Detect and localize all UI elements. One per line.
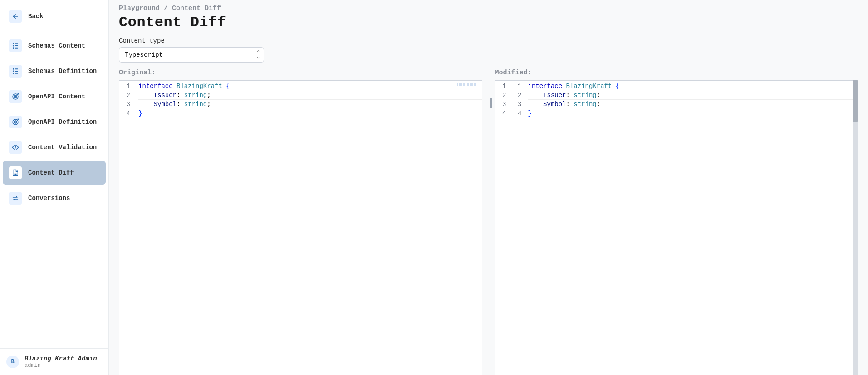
code-line[interactable]: 11interface BlazingKraft { [495, 82, 858, 91]
svg-rect-6 [15, 48, 18, 49]
code-line[interactable]: 22 Issuer: string; [495, 91, 858, 100]
sidebar-item-label: Schemas Definition [28, 68, 97, 75]
svg-point-15 [15, 96, 16, 97]
main-content: Playground / Content Diff Content Diff C… [109, 0, 868, 375]
sidebar-item-label: Content Diff [28, 169, 74, 176]
diff-panes: Original: 1interface BlazingKraft {2 Iss… [119, 69, 858, 375]
sidebar-nav: Back Schemas ContentSchemas DefinitionOp… [0, 0, 108, 348]
svg-point-9 [13, 73, 14, 74]
sidebar-item-content-validation[interactable]: Content Validation [3, 136, 106, 159]
line-number-right: 3 [515, 100, 528, 109]
sidebar-item-label: OpenAPI Definition [28, 118, 97, 126]
sidebar-item-label: OpenAPI Content [28, 93, 85, 100]
line-number: 3 [495, 100, 515, 109]
code-text: Issuer: string; [528, 91, 858, 100]
page-title: Content Diff [119, 14, 858, 31]
svg-point-7 [13, 68, 14, 70]
code-line[interactable]: 2 Issuer: string; [119, 91, 482, 100]
line-number: 1 [119, 82, 138, 91]
code-text: Symbol: string; [528, 99, 858, 109]
line-number: 2 [119, 91, 138, 100]
code-line[interactable]: 44} [495, 109, 858, 118]
scrollbar[interactable] [853, 80, 858, 375]
line-number-right: 2 [515, 91, 528, 100]
avatar: B [6, 356, 19, 368]
original-label: Original: [119, 69, 482, 77]
swap-icon [9, 192, 22, 205]
sidebar-item-openapi-content[interactable]: OpenAPI Content [3, 85, 106, 108]
code-line[interactable]: 3 Symbol: string; [119, 100, 482, 109]
target-icon [9, 90, 22, 103]
svg-rect-12 [15, 73, 18, 74]
svg-rect-11 [15, 71, 18, 72]
breadcrumb-current: Content Diff [172, 5, 221, 12]
svg-point-1 [13, 43, 14, 44]
back-button[interactable]: Back [3, 5, 106, 28]
sidebar: Back Schemas ContentSchemas DefinitionOp… [0, 0, 109, 375]
breadcrumb: Playground / Content Diff [119, 5, 858, 12]
sidebar-item-label: Schemas Content [28, 42, 85, 49]
sidebar-item-content-diff[interactable]: Content Diff [3, 161, 106, 185]
line-number: 3 [119, 100, 138, 109]
code-line[interactable]: 4} [119, 109, 482, 118]
user-block[interactable]: B Blazing Kraft Admin admin [0, 348, 108, 375]
svg-rect-10 [15, 68, 18, 69]
sidebar-item-schemas-content[interactable]: Schemas Content [3, 34, 106, 58]
content-type-select-wrapper: Typescript ⌃⌄ [119, 47, 264, 63]
line-number: 4 [495, 109, 515, 118]
svg-rect-5 [15, 45, 18, 46]
divider [0, 31, 108, 31]
target-icon [9, 116, 22, 128]
original-editor[interactable]: 1interface BlazingKraft {2 Issuer: strin… [119, 80, 482, 375]
sidebar-item-label: Content Validation [28, 144, 97, 151]
line-number: 4 [119, 109, 138, 118]
code-text: Symbol: string; [138, 99, 482, 109]
original-pane: Original: 1interface BlazingKraft {2 Iss… [119, 69, 482, 375]
svg-line-19 [15, 145, 16, 150]
svg-point-3 [13, 47, 14, 49]
code-line[interactable]: 1interface BlazingKraft { [119, 82, 482, 91]
nodes-icon [9, 39, 22, 52]
code-text: } [138, 109, 482, 118]
sidebar-item-conversions[interactable]: Conversions [3, 186, 106, 210]
code-text: interface BlazingKraft { [138, 82, 482, 91]
modified-label: Modified: [495, 69, 858, 77]
arrow-left-icon [9, 10, 22, 23]
back-label: Back [28, 13, 44, 20]
code-text: } [528, 109, 858, 118]
sidebar-item-openapi-definition[interactable]: OpenAPI Definition [3, 110, 106, 134]
nodes-icon [9, 65, 22, 78]
split-handle[interactable] [490, 98, 492, 108]
svg-point-18 [15, 122, 16, 122]
line-number: 1 [495, 82, 515, 91]
content-type-label: Content type [119, 37, 858, 44]
code-text: Issuer: string; [138, 91, 482, 100]
svg-point-2 [13, 45, 14, 47]
line-number-right: 4 [515, 109, 528, 118]
content-type-select[interactable]: Typescript [119, 47, 264, 63]
svg-point-8 [13, 71, 14, 72]
breadcrumb-parent[interactable]: Playground [119, 5, 160, 12]
sidebar-item-schemas-definition[interactable]: Schemas Definition [3, 59, 106, 83]
user-name: Blazing Kraft Admin [25, 355, 97, 362]
sidebar-item-label: Conversions [28, 195, 70, 202]
svg-rect-4 [15, 43, 18, 44]
user-role: admin [25, 362, 97, 369]
document-icon [9, 166, 22, 179]
code-icon [9, 141, 22, 154]
code-text: interface BlazingKraft { [528, 82, 858, 91]
line-number: 2 [495, 91, 515, 100]
modified-pane: Modified: 11interface BlazingKraft {22 I… [495, 69, 858, 375]
modified-editor[interactable]: 11interface BlazingKraft {22 Issuer: str… [495, 80, 858, 375]
breadcrumb-sep: / [164, 5, 168, 12]
line-number-right: 1 [515, 82, 528, 91]
code-line[interactable]: 33 Symbol: string; [495, 100, 858, 109]
